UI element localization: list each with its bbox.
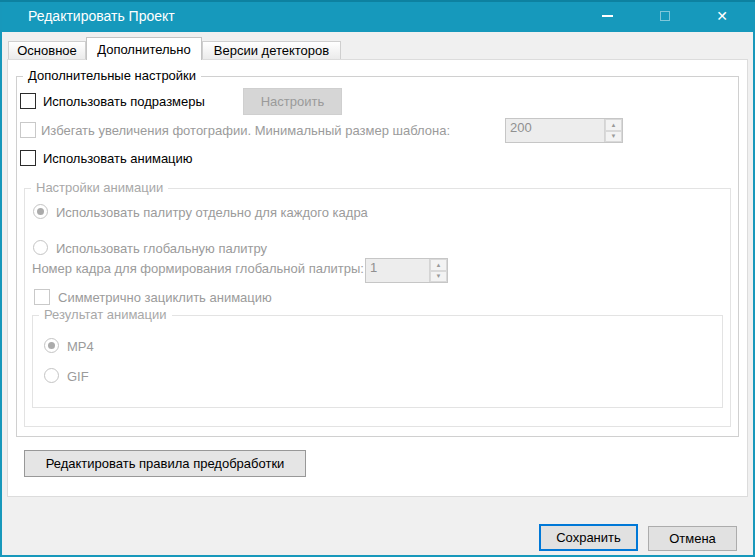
avoid-upscale-label: Избегать увеличения фотографии. Минималь… [41,123,450,139]
use-animation-checkbox[interactable] [20,150,36,166]
dialog-window: Редактировать Проект ✕ Основное Дополнит… [0,0,755,557]
symmetric-loop-checkbox [34,289,50,305]
gif-radio [44,368,59,383]
close-button[interactable]: ✕ [697,0,747,32]
save-button[interactable]: Сохранить [539,524,638,551]
animation-result-group-label: Результат анимации [39,307,172,322]
frame-number-label: Номер кадра для формирования глобальной … [32,261,364,277]
window-border-top [0,0,755,2]
tab-main-label: Основное [17,43,77,58]
tab-detector-versions[interactable]: Версии детекторов [202,41,341,59]
edit-rules-button-label: Редактировать правила предобработки [46,456,285,471]
use-subsizes-checkbox[interactable] [20,93,36,109]
spinner-up-icon: ▲ [430,259,447,271]
min-template-size-value: 200 [506,119,604,142]
window-border-left [0,0,2,557]
maximize-icon [660,11,670,21]
frame-number-spinner: 1 ▲ ▼ [365,258,448,283]
use-subsizes-label: Использовать подразмеры [43,94,205,110]
save-button-label: Сохранить [556,530,621,545]
frame-number-value: 1 [366,259,429,282]
tab-additional-label: Дополнительно [97,42,191,57]
edit-rules-button[interactable]: Редактировать правила предобработки [24,450,306,477]
mp4-label: MP4 [67,339,94,355]
configure-button: Настроить [243,88,342,115]
gif-label: GIF [67,369,89,385]
tab-detector-versions-label: Версии детекторов [214,43,329,58]
global-palette-radio [33,240,48,255]
symmetric-loop-label: Симметрично зациклить анимацию [58,290,272,306]
mp4-radio [44,338,59,353]
tab-additional[interactable]: Дополнительно [86,37,202,60]
spinner-down-icon: ▼ [430,271,447,283]
title-bar: Редактировать Проект ✕ [0,0,755,32]
animation-result-group: Результат анимации [32,315,723,408]
global-palette-label: Использовать глобальную палитру [56,241,267,257]
configure-button-label: Настроить [261,94,325,109]
palette-per-frame-radio [33,204,48,219]
minimize-button[interactable] [582,0,632,32]
maximize-button [640,0,690,32]
close-icon: ✕ [716,9,728,23]
animation-settings-group-label: Настройки анимации [31,180,168,195]
spinner-up-icon: ▲ [605,119,622,131]
use-animation-label: Использовать анимацию [43,151,193,167]
avoid-upscale-checkbox [20,122,36,138]
additional-settings-group-label: Дополнительные настройки [23,68,201,83]
palette-per-frame-label: Использовать палитру отдельно для каждог… [56,205,368,221]
min-template-size-spinner: 200 ▲ ▼ [505,118,623,143]
cancel-button-label: Отмена [669,531,716,546]
window-title: Редактировать Проект [28,0,175,32]
minimize-icon [602,15,613,17]
spinner-down-icon: ▼ [605,131,622,143]
tab-main[interactable]: Основное [8,41,86,59]
cancel-button[interactable]: Отмена [648,526,737,551]
